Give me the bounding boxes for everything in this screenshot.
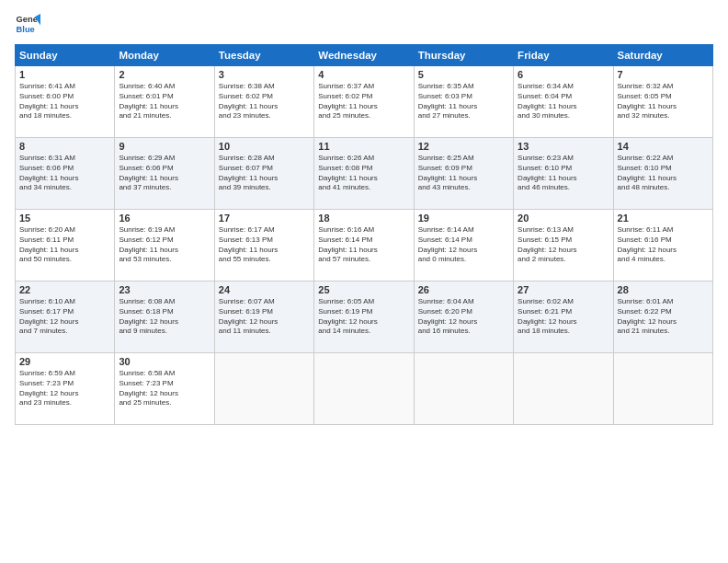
day-number: 10 (219, 141, 310, 152)
day-number: 14 (618, 141, 709, 152)
day-number: 15 (19, 213, 110, 224)
calendar-week-4: 22Sunrise: 6:10 AM Sunset: 6:17 PM Dayli… (16, 282, 713, 353)
day-number: 4 (318, 69, 409, 80)
calendar-cell: 6Sunrise: 6:34 AM Sunset: 6:04 PM Daylig… (514, 66, 613, 138)
day-number: 17 (219, 213, 310, 224)
svg-text:Blue: Blue (17, 25, 35, 34)
day-info: Sunrise: 6:59 AM Sunset: 7:23 PM Dayligh… (19, 369, 110, 408)
calendar-header-wednesday: Wednesday (314, 45, 414, 66)
calendar-cell: 26Sunrise: 6:04 AM Sunset: 6:20 PM Dayli… (414, 282, 513, 353)
day-info: Sunrise: 6:23 AM Sunset: 6:10 PM Dayligh… (518, 154, 609, 193)
day-number: 22 (19, 284, 110, 295)
day-info: Sunrise: 6:22 AM Sunset: 6:10 PM Dayligh… (618, 154, 709, 193)
day-info: Sunrise: 6:08 AM Sunset: 6:18 PM Dayligh… (119, 297, 210, 337)
day-info: Sunrise: 6:16 AM Sunset: 6:14 PM Dayligh… (318, 225, 409, 265)
day-info: Sunrise: 6:10 AM Sunset: 6:17 PM Dayligh… (19, 297, 110, 337)
calendar-week-2: 8Sunrise: 6:31 AM Sunset: 6:06 PM Daylig… (16, 138, 713, 210)
calendar-cell: 14Sunrise: 6:22 AM Sunset: 6:10 PM Dayli… (613, 138, 712, 210)
calendar-cell: 2Sunrise: 6:40 AM Sunset: 6:01 PM Daylig… (115, 66, 214, 138)
calendar-cell: 25Sunrise: 6:05 AM Sunset: 6:19 PM Dayli… (314, 282, 414, 353)
day-info: Sunrise: 6:29 AM Sunset: 6:06 PM Dayligh… (119, 154, 210, 193)
calendar-week-5: 29Sunrise: 6:59 AM Sunset: 7:23 PM Dayli… (16, 353, 713, 425)
calendar-cell: 13Sunrise: 6:23 AM Sunset: 6:10 PM Dayli… (514, 138, 613, 210)
day-number: 3 (219, 69, 310, 80)
calendar-header-row: SundayMondayTuesdayWednesdayThursdayFrid… (16, 45, 713, 66)
calendar-header-monday: Monday (115, 45, 214, 66)
day-info: Sunrise: 6:02 AM Sunset: 6:21 PM Dayligh… (518, 297, 609, 337)
calendar-cell: 20Sunrise: 6:13 AM Sunset: 6:15 PM Dayli… (514, 210, 613, 282)
calendar-header-friday: Friday (514, 45, 613, 66)
day-info: Sunrise: 6:26 AM Sunset: 6:08 PM Dayligh… (318, 154, 409, 193)
day-number: 9 (119, 141, 210, 152)
calendar-week-1: 1Sunrise: 6:41 AM Sunset: 6:00 PM Daylig… (16, 66, 713, 138)
day-number: 5 (418, 69, 509, 80)
day-number: 8 (19, 141, 110, 152)
day-info: Sunrise: 6:17 AM Sunset: 6:13 PM Dayligh… (219, 225, 310, 265)
day-number: 29 (19, 356, 110, 367)
day-info: Sunrise: 6:35 AM Sunset: 6:03 PM Dayligh… (418, 82, 509, 121)
day-info: Sunrise: 6:25 AM Sunset: 6:09 PM Dayligh… (418, 154, 509, 193)
day-info: Sunrise: 6:32 AM Sunset: 6:05 PM Dayligh… (618, 82, 709, 121)
day-info: Sunrise: 6:20 AM Sunset: 6:11 PM Dayligh… (19, 225, 110, 265)
day-number: 26 (418, 284, 509, 295)
day-number: 7 (618, 69, 709, 80)
calendar-cell: 7Sunrise: 6:32 AM Sunset: 6:05 PM Daylig… (613, 66, 712, 138)
calendar-cell: 12Sunrise: 6:25 AM Sunset: 6:09 PM Dayli… (414, 138, 513, 210)
calendar-cell: 30Sunrise: 6:58 AM Sunset: 7:23 PM Dayli… (115, 353, 214, 425)
calendar-cell (314, 353, 414, 425)
calendar-cell: 11Sunrise: 6:26 AM Sunset: 6:08 PM Dayli… (314, 138, 414, 210)
day-info: Sunrise: 6:31 AM Sunset: 6:06 PM Dayligh… (19, 154, 110, 193)
calendar-cell (613, 353, 712, 425)
day-number: 25 (318, 284, 409, 295)
day-number: 27 (518, 284, 609, 295)
day-number: 24 (219, 284, 310, 295)
day-info: Sunrise: 6:04 AM Sunset: 6:20 PM Dayligh… (418, 297, 509, 337)
day-info: Sunrise: 6:01 AM Sunset: 6:22 PM Dayligh… (618, 297, 709, 337)
calendar-body: 1Sunrise: 6:41 AM Sunset: 6:00 PM Daylig… (16, 66, 713, 425)
day-info: Sunrise: 6:37 AM Sunset: 6:02 PM Dayligh… (318, 82, 409, 121)
calendar-cell: 27Sunrise: 6:02 AM Sunset: 6:21 PM Dayli… (514, 282, 613, 353)
calendar-cell: 24Sunrise: 6:07 AM Sunset: 6:19 PM Dayli… (214, 282, 313, 353)
calendar-cell: 18Sunrise: 6:16 AM Sunset: 6:14 PM Dayli… (314, 210, 414, 282)
calendar-week-3: 15Sunrise: 6:20 AM Sunset: 6:11 PM Dayli… (16, 210, 713, 282)
day-number: 28 (618, 284, 709, 295)
calendar-cell: 5Sunrise: 6:35 AM Sunset: 6:03 PM Daylig… (414, 66, 513, 138)
calendar-header-tuesday: Tuesday (214, 45, 313, 66)
logo: General Blue (15, 11, 40, 37)
day-info: Sunrise: 6:28 AM Sunset: 6:07 PM Dayligh… (219, 154, 310, 193)
calendar-cell: 4Sunrise: 6:37 AM Sunset: 6:02 PM Daylig… (314, 66, 414, 138)
calendar-cell (414, 353, 513, 425)
header: General Blue (15, 11, 713, 37)
day-number: 1 (19, 69, 110, 80)
day-info: Sunrise: 6:40 AM Sunset: 6:01 PM Dayligh… (119, 82, 210, 121)
calendar-cell: 15Sunrise: 6:20 AM Sunset: 6:11 PM Dayli… (16, 210, 115, 282)
day-info: Sunrise: 6:19 AM Sunset: 6:12 PM Dayligh… (119, 225, 210, 265)
calendar-cell: 22Sunrise: 6:10 AM Sunset: 6:17 PM Dayli… (16, 282, 115, 353)
calendar-header-sunday: Sunday (16, 45, 115, 66)
calendar-cell: 1Sunrise: 6:41 AM Sunset: 6:00 PM Daylig… (16, 66, 115, 138)
logo-icon: General Blue (15, 11, 40, 37)
day-info: Sunrise: 6:11 AM Sunset: 6:16 PM Dayligh… (618, 225, 709, 265)
day-number: 18 (318, 213, 409, 224)
day-number: 6 (518, 69, 609, 80)
day-info: Sunrise: 6:58 AM Sunset: 7:23 PM Dayligh… (119, 369, 210, 408)
day-number: 30 (119, 356, 210, 367)
calendar-cell: 29Sunrise: 6:59 AM Sunset: 7:23 PM Dayli… (16, 353, 115, 425)
day-info: Sunrise: 6:34 AM Sunset: 6:04 PM Dayligh… (518, 82, 609, 121)
day-info: Sunrise: 6:07 AM Sunset: 6:19 PM Dayligh… (219, 297, 310, 337)
day-number: 20 (518, 213, 609, 224)
calendar-cell: 19Sunrise: 6:14 AM Sunset: 6:14 PM Dayli… (414, 210, 513, 282)
day-info: Sunrise: 6:13 AM Sunset: 6:15 PM Dayligh… (518, 225, 609, 265)
day-number: 21 (618, 213, 709, 224)
day-info: Sunrise: 6:38 AM Sunset: 6:02 PM Dayligh… (219, 82, 310, 121)
calendar-cell: 17Sunrise: 6:17 AM Sunset: 6:13 PM Dayli… (214, 210, 313, 282)
day-number: 11 (318, 141, 409, 152)
calendar-cell: 9Sunrise: 6:29 AM Sunset: 6:06 PM Daylig… (115, 138, 214, 210)
calendar-cell: 28Sunrise: 6:01 AM Sunset: 6:22 PM Dayli… (613, 282, 712, 353)
calendar-cell (514, 353, 613, 425)
calendar-header-saturday: Saturday (613, 45, 712, 66)
day-number: 2 (119, 69, 210, 80)
day-number: 23 (119, 284, 210, 295)
day-number: 19 (418, 213, 509, 224)
calendar-cell: 8Sunrise: 6:31 AM Sunset: 6:06 PM Daylig… (16, 138, 115, 210)
